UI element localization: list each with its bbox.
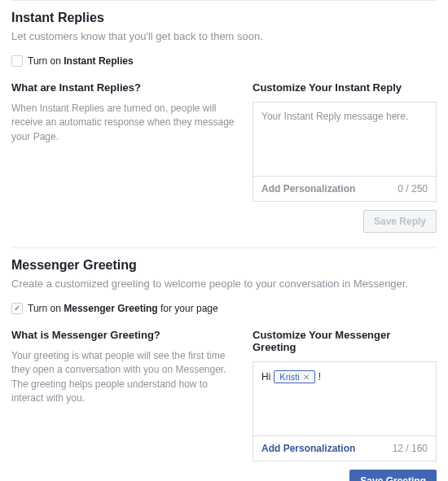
button-row: Save Reply [253, 210, 437, 233]
add-personalization-button[interactable]: Add Personalization [261, 183, 355, 195]
greeting-toggle-checkbox[interactable] [11, 303, 23, 314]
instant-two-col: What are Instant Replies? When Instant R… [11, 81, 437, 233]
textarea-footer: Add Personalization 0 / 250 [253, 176, 436, 201]
instant-reply-textarea[interactable]: Your Instant Reply message here. Add Per… [253, 102, 437, 202]
add-personalization-button[interactable]: Add Personalization [261, 443, 355, 454]
instant-toggle-row: Turn on Instant Replies [11, 55, 437, 67]
customize-title: Customize Your Instant Reply [253, 81, 437, 94]
char-count: 0 / 250 [397, 183, 428, 195]
save-reply-button[interactable]: Save Reply [363, 210, 437, 233]
textarea-content: Hi Kristi ✕ ! [253, 362, 436, 435]
what-title: What are Instant Replies? [11, 81, 239, 94]
greeting-customize-col: Customize Your Messenger Greeting Hi Kri… [253, 329, 437, 481]
what-title: What is Messenger Greeting? [11, 329, 239, 341]
instant-what-col: What are Instant Replies? When Instant R… [11, 81, 239, 233]
instant-customize-col: Customize Your Instant Reply Your Instan… [253, 81, 437, 233]
greeting-toggle-row: Turn on Messenger Greeting for your page [11, 303, 437, 314]
remove-token-icon[interactable]: ✕ [303, 373, 310, 382]
textarea-footer: Add Personalization 12 / 160 [253, 435, 436, 461]
customize-title: Customize Your Messenger Greeting [253, 329, 437, 353]
token-name: Kristi [279, 372, 299, 382]
greeting-two-col: What is Messenger Greeting? Your greetin… [11, 329, 437, 481]
instant-toggle-checkbox[interactable] [11, 55, 23, 67]
section-desc: Let customers know that you'll get back … [11, 30, 437, 42]
toggle-label: Turn on Messenger Greeting for your page [28, 303, 218, 314]
section-title: Instant Replies [11, 11, 437, 25]
greeting-textarea[interactable]: Hi Kristi ✕ ! Add Personalization 12 / 1… [253, 361, 437, 461]
greeting-what-col: What is Messenger Greeting? Your greetin… [11, 329, 239, 481]
save-greeting-button[interactable]: Save Greeting [349, 470, 437, 481]
toggle-label: Turn on Instant Replies [28, 55, 134, 67]
what-desc: Your greeting is what people will see th… [11, 349, 239, 406]
instant-replies-section: Instant Replies Let customers know that … [11, 0, 437, 247]
section-desc: Create a customized greeting to welcome … [11, 278, 437, 290]
textarea-placeholder: Your Instant Reply message here. [253, 103, 436, 176]
button-row: Save Greeting [253, 470, 437, 481]
section-title: Messenger Greeting [11, 258, 437, 273]
personalization-token[interactable]: Kristi ✕ [274, 370, 314, 383]
greet-prefix: Hi [261, 371, 270, 383]
messenger-greeting-section: Messenger Greeting Create a customized g… [11, 247, 437, 481]
what-desc: When Instant Replies are turned on, peop… [11, 102, 239, 144]
greet-suffix: ! [318, 371, 321, 383]
char-count: 12 / 160 [393, 443, 428, 454]
